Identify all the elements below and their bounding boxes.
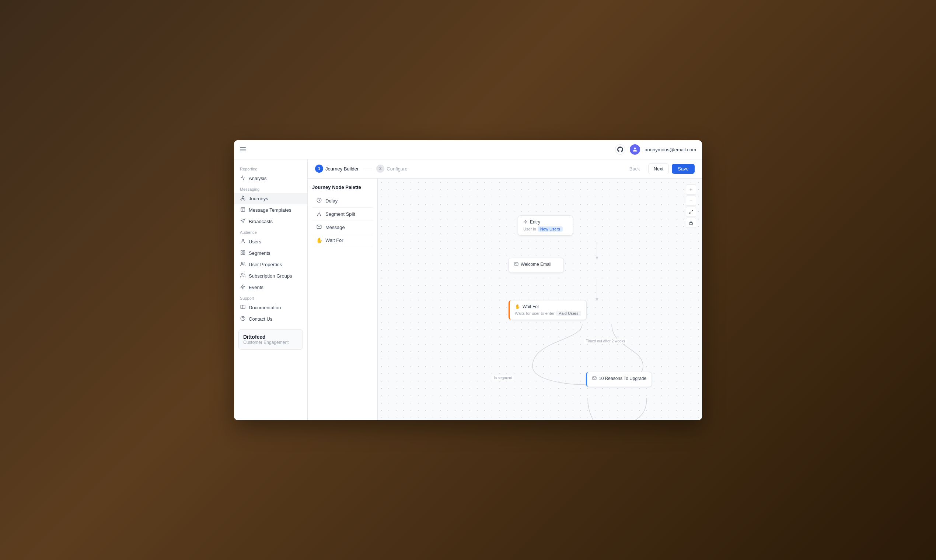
- analysis-icon: [240, 175, 246, 182]
- sidebar-item-message-templates[interactable]: Message Templates: [234, 204, 307, 216]
- entry-node-title: Entry: [530, 220, 540, 225]
- sidebar: Reporting Analysis Messaging J: [234, 159, 308, 420]
- svg-marker-19: [241, 285, 245, 289]
- message-label: Message: [325, 225, 345, 230]
- fit-screen-button[interactable]: [686, 206, 696, 217]
- user-email: anonymous@email.com: [645, 147, 696, 152]
- delay-label: Delay: [325, 198, 338, 204]
- svg-marker-32: [595, 298, 598, 301]
- wait-for-node-title: Wait For: [523, 304, 539, 309]
- entry-node-icon: [523, 220, 528, 225]
- svg-rect-44: [689, 222, 693, 225]
- canvas-controls: + −: [686, 185, 696, 228]
- svg-rect-0: [240, 147, 246, 148]
- step-1: 1 Journey Builder: [315, 165, 359, 173]
- events-icon: [240, 284, 246, 291]
- main-layout: Reporting Analysis Messaging J: [234, 159, 702, 420]
- palette-item-message[interactable]: Message: [312, 221, 373, 234]
- sidebar-item-user-properties[interactable]: User Properties: [234, 259, 307, 270]
- events-label: Events: [249, 285, 264, 290]
- sidebar-item-users[interactable]: Users: [234, 236, 307, 248]
- step-actions: Back Next Save: [624, 163, 695, 174]
- company-name: Dittofeed: [243, 334, 298, 340]
- sidebar-item-segments[interactable]: Segments: [234, 248, 307, 259]
- wait-for-node-icon: ✋: [515, 304, 520, 309]
- wait-for-label: Wait For: [325, 237, 344, 243]
- node-wait-for[interactable]: ✋ Wait For Waits for user to enter Paid …: [509, 300, 587, 320]
- node-welcome-email[interactable]: Welcome Email: [509, 258, 564, 273]
- welcome-node-title: Welcome Email: [521, 262, 551, 267]
- step-2-number: 2: [376, 165, 384, 173]
- svg-point-17: [241, 262, 243, 264]
- sidebar-item-journeys[interactable]: Journeys: [234, 193, 307, 204]
- journeys-icon: [240, 195, 246, 202]
- svg-point-18: [241, 273, 243, 275]
- palette-item-wait-for[interactable]: ✋ Wait For: [312, 234, 373, 247]
- delay-icon: [316, 198, 322, 204]
- palette-item-segment-split[interactable]: Segment Split: [312, 208, 373, 221]
- in-segment-label: In segment: [492, 375, 514, 380]
- svg-line-7: [241, 198, 243, 199]
- svg-marker-30: [595, 257, 598, 260]
- svg-rect-9: [241, 207, 245, 211]
- broadcasts-icon: [240, 218, 246, 225]
- sidebar-item-analysis[interactable]: Analysis: [234, 173, 307, 184]
- message-templates-label: Message Templates: [249, 207, 291, 213]
- svg-rect-15: [241, 253, 242, 254]
- contact-us-icon: [240, 316, 246, 322]
- svg-line-43: [689, 212, 691, 214]
- segment-split-label: Segment Split: [325, 211, 355, 217]
- svg-line-8: [243, 198, 244, 199]
- users-icon: [240, 238, 246, 245]
- company-tagline: Customer Engagement: [243, 340, 298, 345]
- segments-label: Segments: [249, 250, 270, 256]
- svg-point-3: [242, 196, 244, 197]
- user-avatar: [630, 144, 640, 155]
- next-button[interactable]: Next: [648, 163, 669, 174]
- segment-split-icon: [316, 211, 322, 217]
- top-header: anonymous@email.com: [234, 140, 702, 159]
- node-palette: Journey Node Palette Delay: [308, 178, 378, 420]
- sidebar-item-subscription-groups[interactable]: Subscription Groups: [234, 270, 307, 282]
- menu-icon[interactable]: [240, 146, 246, 153]
- sidebar-section-messaging: Messaging: [234, 184, 307, 193]
- entry-node-prefix: User in: [523, 227, 536, 231]
- svg-rect-14: [243, 250, 245, 252]
- subscription-groups-label: Subscription Groups: [249, 273, 292, 279]
- svg-point-26: [317, 215, 318, 215]
- entry-node-tag: New Users: [538, 226, 563, 232]
- wait-for-tag: Paid Users: [556, 311, 581, 316]
- documentation-label: Documentation: [249, 305, 281, 310]
- welcome-node-icon: [514, 262, 518, 267]
- save-button[interactable]: Save: [672, 164, 695, 174]
- sidebar-section-reporting: Reporting: [234, 164, 307, 173]
- flow-canvas[interactable]: Timed out after 2 weeks In segment Entry: [378, 178, 702, 420]
- sidebar-item-contact-us[interactable]: Contact Us: [234, 313, 307, 325]
- svg-point-5: [244, 199, 245, 200]
- analysis-label: Analysis: [249, 175, 267, 181]
- palette-item-delay[interactable]: Delay: [312, 194, 373, 208]
- svg-point-12: [242, 239, 244, 241]
- sidebar-item-documentation[interactable]: Documentation: [234, 302, 307, 313]
- wait-for-icon: ✋: [316, 237, 322, 243]
- company-card: Dittofeed Customer Engagement: [238, 329, 303, 350]
- back-button[interactable]: Back: [624, 164, 645, 174]
- zoom-out-button[interactable]: −: [686, 195, 696, 206]
- content-area: 1 Journey Builder 2 Configure Back Next …: [308, 159, 702, 420]
- sidebar-item-events[interactable]: Events: [234, 282, 307, 293]
- github-icon[interactable]: [615, 144, 625, 155]
- svg-rect-13: [241, 250, 242, 252]
- wait-for-sub-prefix: Waits for user to enter: [515, 311, 555, 315]
- svg-rect-16: [243, 253, 245, 254]
- node-entry[interactable]: Entry User in New Users: [518, 215, 573, 235]
- sidebar-item-broadcasts[interactable]: Broadcasts: [234, 216, 307, 227]
- svg-rect-2: [240, 151, 246, 151]
- message-templates-icon: [240, 207, 246, 213]
- zoom-in-button[interactable]: +: [686, 185, 696, 195]
- node-upgrade[interactable]: 10 Reasons To Upgrade: [586, 372, 652, 387]
- step-2: 2 Configure: [376, 165, 407, 173]
- lock-button[interactable]: [686, 218, 696, 228]
- svg-point-4: [241, 199, 242, 200]
- svg-marker-38: [524, 220, 527, 223]
- step-divider: [363, 169, 372, 169]
